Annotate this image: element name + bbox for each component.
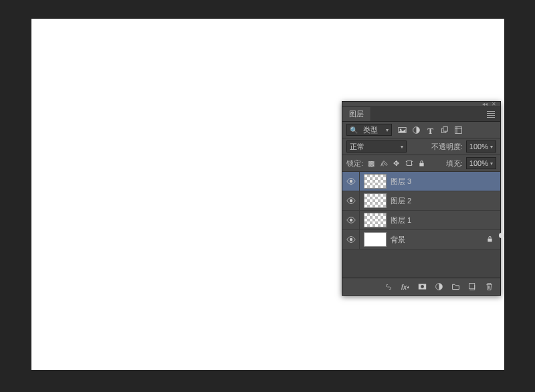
filter-label: 类型 (363, 125, 378, 135)
panel-dragbar[interactable]: ◂◂ ✕ (342, 102, 500, 107)
layer-row[interactable]: 图层 3 (342, 172, 500, 191)
layer-thumbnail[interactable] (364, 174, 387, 189)
layer-row[interactable]: 图层 1 (342, 211, 500, 230)
chevron-down-icon: ▾ (490, 161, 493, 167)
lock-label: 锁定: (346, 159, 363, 169)
layer-thumbnail[interactable] (364, 213, 387, 227)
smartobj-filter-icon[interactable] (454, 126, 463, 134)
lock-position-icon[interactable]: ✥ (392, 159, 401, 168)
svg-rect-12 (488, 238, 492, 241)
svg-rect-7 (419, 163, 423, 166)
lock-icon[interactable] (486, 235, 500, 244)
svg-point-14 (421, 285, 424, 288)
filter-type-dropdown[interactable]: 🔍 类型 ▾ (346, 124, 392, 136)
new-layer-icon[interactable] (467, 282, 477, 292)
lock-pixels-icon[interactable] (379, 159, 388, 168)
layer-list-padding[interactable] (342, 250, 500, 278)
chevron-down-icon: ▾ (401, 144, 403, 150)
fx-icon[interactable]: fx▴ (401, 282, 410, 292)
visibility-toggle[interactable] (342, 230, 360, 249)
layers-panel: ◂◂ ✕ 图层 🔍 类型 ▾ T 正常 ▾ 不透明度: (342, 101, 501, 296)
layer-thumbnail[interactable] (364, 232, 387, 247)
blend-mode-value: 正常 (350, 142, 364, 152)
visibility-toggle[interactable] (342, 191, 360, 210)
blend-bar: 正常 ▾ 不透明度: 100% ▾ (342, 138, 500, 155)
filter-toggle-icon[interactable] (499, 233, 504, 238)
layer-name[interactable]: 图层 2 (391, 196, 500, 206)
tab-layers[interactable]: 图层 (342, 107, 371, 121)
svg-rect-16 (469, 284, 474, 289)
svg-point-10 (349, 219, 352, 221)
layer-name[interactable]: 图层 1 (391, 215, 500, 225)
layer-name[interactable]: 图层 3 (391, 177, 500, 187)
visibility-toggle[interactable] (342, 211, 360, 229)
panel-footer: fx▴ (342, 278, 500, 295)
layer-row[interactable]: 背景 (342, 230, 500, 250)
adjustment-filter-icon[interactable] (412, 126, 421, 134)
panel-tabs: 图层 (342, 107, 500, 122)
svg-point-9 (349, 199, 352, 202)
layer-name[interactable]: 背景 (391, 235, 486, 245)
fill-input[interactable]: 100% ▾ (466, 157, 496, 169)
layer-list: 图层 3图层 2图层 1背景 (342, 172, 500, 250)
layer-thumbnail[interactable] (364, 193, 387, 208)
blend-mode-dropdown[interactable]: 正常 ▾ (346, 140, 407, 153)
svg-rect-6 (407, 161, 411, 166)
text-filter-icon[interactable]: T (426, 126, 435, 134)
lock-artboard-icon[interactable] (405, 159, 413, 168)
svg-point-8 (349, 180, 352, 183)
pixel-filter-icon[interactable] (398, 126, 407, 134)
visibility-toggle[interactable] (342, 172, 360, 191)
opacity-label: 不透明度: (431, 142, 463, 152)
mask-icon[interactable] (417, 282, 427, 292)
layer-row[interactable]: 图层 2 (342, 191, 500, 211)
tab-label: 图层 (349, 109, 364, 119)
lock-bar: 锁定: ▩ ✥ 填充: 100% ▾ (342, 155, 500, 172)
opacity-value: 100% (469, 142, 488, 151)
chevron-down-icon: ▾ (490, 144, 493, 150)
layer-filter-bar: 🔍 类型 ▾ T (342, 122, 500, 138)
lock-icons: ▩ ✥ (366, 159, 426, 168)
close-icon[interactable]: ✕ (492, 101, 496, 107)
shape-filter-icon[interactable] (440, 126, 449, 134)
delete-layer-icon[interactable] (484, 282, 494, 292)
filter-icons: T (398, 126, 463, 134)
lock-transparency-icon[interactable]: ▩ (366, 159, 375, 168)
group-icon[interactable] (451, 282, 460, 292)
opacity-input[interactable]: 100% ▾ (466, 140, 496, 153)
collapse-icon[interactable]: ◂◂ (482, 101, 488, 107)
chevron-down-icon: ▾ (386, 127, 389, 133)
panel-menu-icon[interactable] (481, 111, 500, 118)
adjustment-layer-icon[interactable] (434, 282, 443, 292)
svg-rect-4 (443, 126, 448, 131)
fill-value: 100% (469, 159, 488, 167)
svg-point-11 (349, 238, 352, 241)
lock-all-icon[interactable] (417, 159, 426, 168)
link-layers-icon[interactable] (384, 282, 393, 292)
svg-rect-5 (455, 126, 462, 133)
fill-label: 填充: (446, 159, 463, 169)
